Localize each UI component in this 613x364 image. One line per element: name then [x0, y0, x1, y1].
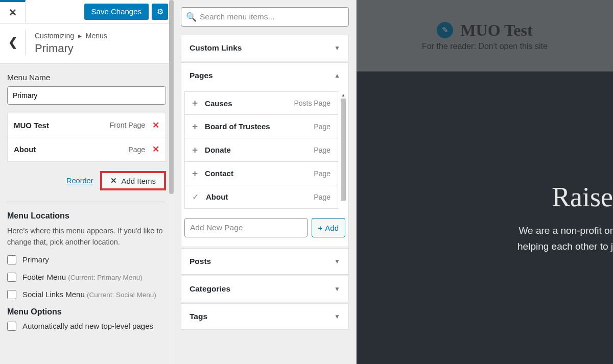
- menu-locations-desc: Here's where this menu appears. If you'd…: [7, 226, 166, 248]
- menu-options-title: Menu Options: [7, 307, 166, 317]
- page-item-type: Page: [314, 146, 331, 154]
- menu-name-input[interactable]: [7, 86, 166, 105]
- option-auto-add[interactable]: Automatically add new top-level pages: [7, 322, 166, 331]
- page-item[interactable]: + Board of Trustees Page: [184, 115, 338, 138]
- checkbox-hint: (Current: Social Menu): [87, 291, 156, 299]
- scroll-up-icon[interactable]: ▲: [341, 91, 346, 99]
- add-items-button[interactable]: ✕ Add Items: [100, 171, 166, 190]
- location-footer[interactable]: Footer Menu (Current: Primary Menu): [7, 273, 166, 282]
- section-label: Pages: [190, 71, 213, 80]
- sidebar-content: Menu Name MUO Test Front Page ✕ About Pa…: [0, 64, 173, 364]
- hero-subtitle-2: helping each other to j: [497, 239, 613, 254]
- gear-icon: ⚙: [157, 7, 163, 16]
- page-item-type: Page: [314, 123, 331, 131]
- close-icon: ✕: [110, 176, 117, 185]
- checkbox-label: Automatically add new top-level pages: [22, 322, 153, 330]
- location-social[interactable]: Social Links Menu (Current: Social Menu): [7, 290, 166, 299]
- page-item[interactable]: + Contact Page: [184, 162, 338, 185]
- reorder-link[interactable]: Reorder: [66, 177, 93, 185]
- posts-section[interactable]: Posts ▼: [181, 248, 349, 275]
- chevron-down-icon: ▼: [334, 285, 340, 293]
- page-item[interactable]: + Causes Posts Page: [184, 91, 338, 115]
- breadcrumb: Customizing ▸ Menus: [35, 32, 107, 40]
- sidebar-scrollbar[interactable]: [169, 0, 174, 364]
- pages-section: Pages ▲ + Causes Posts Page + Board of T…: [181, 62, 349, 247]
- search-icon: 🔍: [186, 12, 197, 22]
- add-button-label: Add: [325, 224, 339, 232]
- section-label: Custom Links: [190, 43, 242, 53]
- checkbox-label: Primary: [22, 255, 49, 264]
- divider: [7, 202, 166, 202]
- plus-icon: +: [192, 144, 198, 156]
- tags-section[interactable]: Tags ▼: [181, 303, 349, 330]
- menu-name-label: Menu Name: [7, 73, 166, 82]
- page-item[interactable]: + Donate Page: [184, 138, 338, 162]
- breadcrumb-title: Primary: [35, 42, 107, 55]
- checkbox[interactable]: [7, 273, 16, 282]
- sidebar-topbar: ✕ Save Changes ⚙: [0, 0, 173, 23]
- page-item-title: Causes: [205, 99, 294, 108]
- page-item-title: Contact: [205, 169, 314, 178]
- page-item-title: Donate: [205, 145, 314, 154]
- page-item-type: Page: [314, 169, 331, 178]
- menu-item-type: Page: [128, 145, 145, 154]
- menu-item-title: MUO Test: [14, 121, 110, 130]
- remove-icon[interactable]: ✕: [152, 144, 159, 155]
- plus-icon: +: [192, 121, 198, 132]
- pages-section-header[interactable]: Pages ▲: [181, 63, 348, 88]
- remove-icon[interactable]: ✕: [152, 120, 159, 131]
- save-changes-button[interactable]: Save Changes: [84, 4, 149, 20]
- add-new-page-input[interactable]: [184, 218, 308, 237]
- add-page-button[interactable]: + Add: [312, 218, 345, 237]
- checkbox-label: Footer Menu: [22, 273, 66, 281]
- location-primary[interactable]: Primary: [7, 255, 166, 264]
- section-label: Tags: [190, 312, 207, 321]
- menu-item[interactable]: MUO Test Front Page ✕: [7, 113, 166, 137]
- breadcrumb-row: ❮ Customizing ▸ Menus Primary: [0, 23, 173, 64]
- menu-item-type: Front Page: [110, 121, 145, 129]
- site-preview: ✎ MUO Test For the reader: Don't open th…: [357, 0, 613, 364]
- categories-section[interactable]: Categories ▼: [181, 276, 349, 302]
- check-icon: ✓: [192, 192, 199, 202]
- page-item-title: About: [206, 192, 314, 201]
- checkbox-label: Social Links Menu: [22, 290, 85, 299]
- checkbox-hint: (Current: Primary Menu): [68, 274, 143, 281]
- custom-links-section[interactable]: Custom Links ▼: [181, 35, 349, 61]
- plus-icon: +: [318, 224, 323, 232]
- close-button[interactable]: ✕: [0, 0, 26, 23]
- page-item-type: Page: [314, 193, 331, 201]
- chevron-down-icon: ▼: [334, 44, 340, 52]
- hero-title: Raise: [521, 181, 613, 213]
- menu-locations-title: Menu Locations: [7, 211, 166, 221]
- section-label: Categories: [190, 284, 230, 294]
- customizer-sidebar: ✕ Save Changes ⚙ ❮ Customizing ▸ Menus P…: [0, 0, 174, 364]
- plus-icon: +: [192, 98, 198, 109]
- checkbox[interactable]: [7, 255, 16, 264]
- menu-item-title: About: [14, 145, 128, 154]
- checkbox[interactable]: [7, 290, 16, 299]
- back-button[interactable]: ❮: [0, 30, 26, 55]
- page-item-type: Posts Page: [294, 99, 331, 107]
- chevron-down-icon: ▼: [334, 258, 340, 265]
- checkbox[interactable]: [7, 322, 16, 331]
- pages-scrollbar[interactable]: ▲: [341, 91, 346, 209]
- add-items-label: Add Items: [121, 177, 156, 185]
- chevron-up-icon: ▲: [334, 72, 340, 79]
- page-item-title: Board of Trustees: [205, 122, 314, 131]
- search-input[interactable]: [181, 7, 349, 27]
- menu-item[interactable]: About Page ✕: [7, 137, 166, 162]
- add-items-panel: 🔍 Custom Links ▼ Pages ▲ + Causes Posts …: [174, 0, 357, 364]
- page-item[interactable]: ✓ About Page: [184, 185, 338, 209]
- chevron-down-icon: ▼: [334, 313, 340, 320]
- section-label: Posts: [190, 257, 211, 266]
- menu-items-list: MUO Test Front Page ✕ About Page ✕: [7, 113, 166, 162]
- chevron-right-icon: ▸: [78, 32, 82, 40]
- hero-subtitle-1: We are a non-profit or: [499, 223, 613, 238]
- settings-gear-button[interactable]: ⚙: [152, 4, 168, 20]
- plus-icon: +: [192, 168, 198, 179]
